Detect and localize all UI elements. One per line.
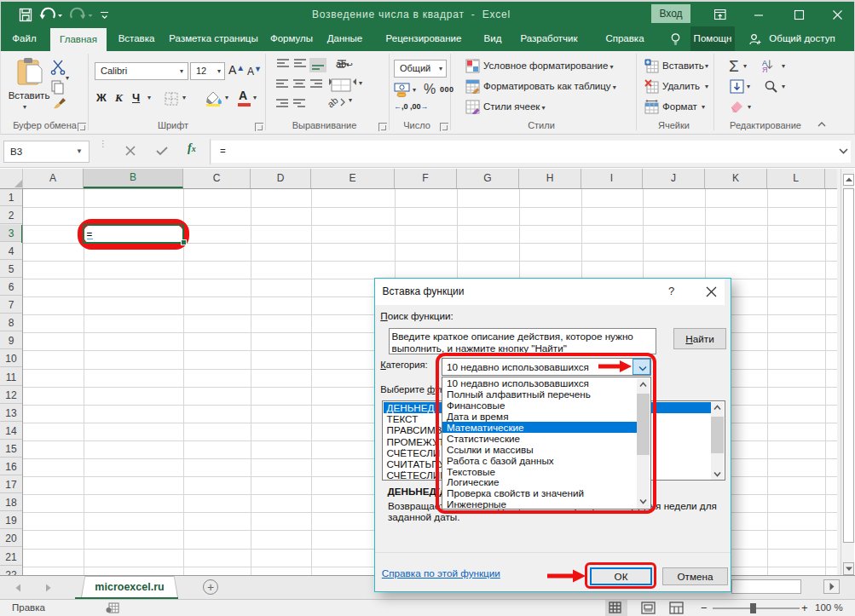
svg-text:Я: Я: [762, 66, 768, 73]
svg-text:ab: ab: [327, 95, 340, 109]
